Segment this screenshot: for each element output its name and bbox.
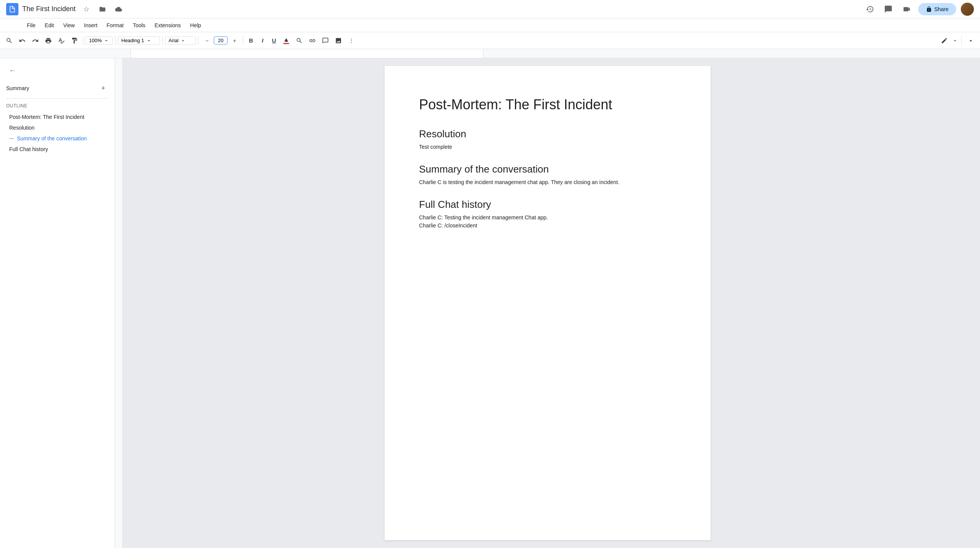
font-size-decrease[interactable]: − bbox=[201, 35, 213, 47]
underline-button[interactable]: U bbox=[269, 35, 279, 46]
document-main-title: Post-Mortem: The First Incident bbox=[419, 97, 680, 113]
left-margin bbox=[115, 58, 123, 548]
menu-extensions[interactable]: Extensions bbox=[151, 21, 185, 30]
print-icon[interactable] bbox=[42, 35, 54, 47]
outline-item-resolution[interactable]: Resolution bbox=[6, 122, 109, 133]
collapse-icon[interactable] bbox=[965, 35, 977, 47]
divider-right bbox=[961, 36, 962, 45]
section-summary-heading: Summary of the conversation bbox=[419, 163, 680, 175]
outline-item-summary-text: Summary of the conversation bbox=[17, 135, 87, 142]
font-size-input[interactable]: 20 bbox=[214, 36, 228, 44]
divider-1 bbox=[83, 36, 83, 45]
videocam-icon[interactable] bbox=[900, 2, 914, 16]
chat-line-1: Charlie C: Testing the incident manageme… bbox=[419, 214, 680, 222]
menu-edit[interactable]: Edit bbox=[41, 21, 58, 30]
star-icon[interactable]: ☆ bbox=[79, 2, 93, 16]
paint-format-icon[interactable] bbox=[68, 35, 81, 47]
menu-help[interactable]: Help bbox=[186, 21, 205, 30]
insert-image-icon[interactable] bbox=[332, 35, 345, 47]
title-bar-right: Share bbox=[863, 2, 974, 16]
outline-item-title-text: Post-Mortem: The First Incident bbox=[9, 114, 84, 120]
font-label: Arial bbox=[168, 38, 178, 43]
section-chat-body: Charlie C: Testing the incident manageme… bbox=[419, 214, 680, 230]
avatar[interactable] bbox=[961, 3, 974, 16]
section-resolution-heading: Resolution bbox=[419, 128, 680, 140]
sidebar-back-button[interactable]: ← bbox=[6, 64, 18, 77]
sidebar-summary-row: Summary + bbox=[6, 83, 109, 94]
divider-5 bbox=[243, 36, 243, 45]
divider-4 bbox=[198, 36, 198, 45]
cloud-icon[interactable] bbox=[112, 2, 125, 16]
outline-item-resolution-text: Resolution bbox=[9, 125, 35, 131]
redo-icon[interactable] bbox=[29, 35, 41, 47]
section-summary-body: Charlie C is testing the incident manage… bbox=[419, 178, 680, 186]
zoom-control[interactable]: 100% bbox=[86, 36, 113, 45]
outline-item-full-chat[interactable]: Full Chat history bbox=[6, 144, 109, 155]
section-resolution-body: Test complete bbox=[419, 143, 680, 151]
outline-item-full-chat-text: Full Chat history bbox=[9, 146, 48, 152]
comment-icon[interactable] bbox=[881, 2, 895, 16]
link-icon[interactable] bbox=[306, 35, 318, 47]
doc-area[interactable]: Post-Mortem: The First Incident Resoluti… bbox=[123, 58, 972, 548]
toolbar: 100% Heading 1 Arial − 20 + B I U ⋮ bbox=[0, 32, 980, 49]
bold-button[interactable]: B bbox=[246, 35, 256, 46]
style-dropdown[interactable]: Heading 1 bbox=[118, 36, 160, 45]
menu-insert[interactable]: Insert bbox=[80, 21, 101, 30]
main-area: ← Summary + Outline Post-Mortem: The Fir… bbox=[0, 58, 980, 548]
edit-mode-btn[interactable] bbox=[938, 35, 950, 47]
folder-icon[interactable] bbox=[96, 2, 109, 16]
share-label: Share bbox=[934, 6, 949, 12]
chat-line-2: Charlie C: /closeIncident bbox=[419, 222, 680, 230]
search-icon[interactable] bbox=[3, 35, 15, 47]
menu-view[interactable]: View bbox=[59, 21, 79, 30]
toolbar-right bbox=[938, 35, 977, 47]
style-label: Heading 1 bbox=[121, 38, 144, 43]
menu-file[interactable]: File bbox=[23, 21, 40, 30]
sidebar-add-button[interactable]: + bbox=[98, 83, 109, 94]
font-dropdown[interactable]: Arial bbox=[165, 36, 196, 45]
text-color-icon[interactable] bbox=[280, 35, 292, 47]
ruler-white bbox=[130, 49, 483, 58]
title-bar: The First Incident ☆ Share bbox=[0, 0, 980, 18]
title-actions: ☆ bbox=[79, 2, 125, 16]
right-margin bbox=[972, 58, 980, 548]
more-icon[interactable]: ⋮ bbox=[345, 35, 358, 47]
font-size-increase[interactable]: + bbox=[228, 35, 241, 47]
highlight-icon[interactable] bbox=[293, 35, 305, 47]
sidebar-outline-label: Outline bbox=[6, 103, 109, 109]
zoom-label: 100% bbox=[89, 38, 102, 43]
divider-2 bbox=[115, 36, 115, 45]
doc-icon bbox=[6, 3, 18, 15]
insert-comment-icon[interactable] bbox=[319, 35, 332, 47]
undo-icon[interactable] bbox=[16, 35, 28, 47]
menu-format[interactable]: Format bbox=[103, 21, 127, 30]
sidebar-divider bbox=[6, 98, 109, 99]
menu-bar: File Edit View Insert Format Tools Exten… bbox=[0, 18, 980, 32]
history-icon[interactable] bbox=[863, 2, 877, 16]
outline-item-title[interactable]: Post-Mortem: The First Incident bbox=[6, 112, 109, 122]
sidebar-summary-label: Summary bbox=[6, 85, 29, 91]
spellcheck-icon[interactable] bbox=[55, 35, 68, 47]
section-chat-heading: Full Chat history bbox=[419, 199, 680, 211]
ruler bbox=[0, 49, 980, 58]
sidebar: ← Summary + Outline Post-Mortem: The Fir… bbox=[0, 58, 115, 548]
document-page: Post-Mortem: The First Incident Resoluti… bbox=[384, 66, 711, 540]
document-title: The First Incident bbox=[22, 5, 76, 13]
italic-button[interactable]: I bbox=[257, 35, 268, 46]
share-button[interactable]: Share bbox=[918, 3, 956, 15]
outline-item-summary[interactable]: Summary of the conversation bbox=[6, 133, 109, 144]
divider-3 bbox=[162, 36, 163, 45]
menu-tools[interactable]: Tools bbox=[129, 21, 149, 30]
